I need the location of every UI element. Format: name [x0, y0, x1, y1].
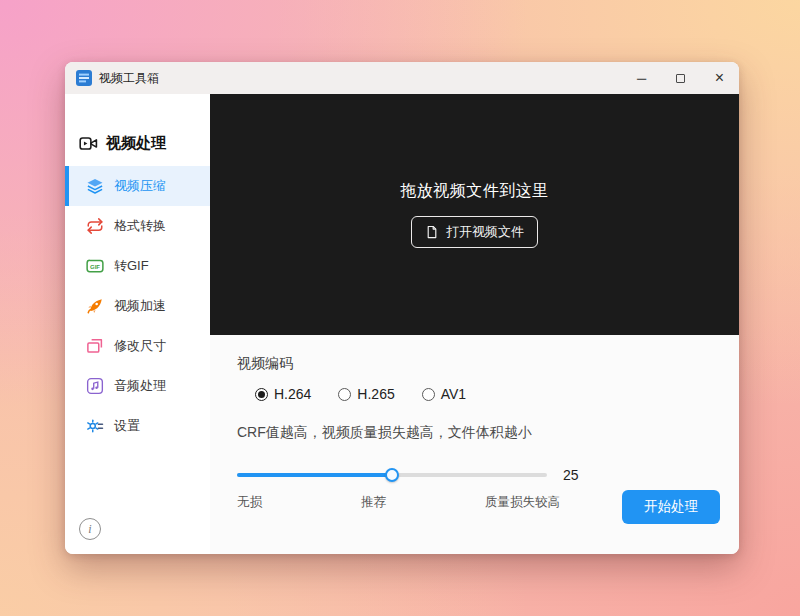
sidebar-item-video-speedup[interactable]: 视频加速 — [65, 286, 210, 326]
crf-slider[interactable] — [237, 473, 547, 477]
sidebar-item-audio-processing[interactable]: 音频处理 — [65, 366, 210, 406]
close-icon: × — [715, 70, 724, 86]
radio-button-icon — [338, 388, 351, 401]
radio-label: H.264 — [274, 386, 311, 402]
music-note-icon — [86, 377, 104, 395]
slider-fill — [237, 473, 392, 477]
radio-label: AV1 — [441, 386, 466, 402]
sidebar-item-to-gif[interactable]: GIF 转GIF — [65, 246, 210, 286]
sidebar-header-video-processing: 视频处理 — [65, 128, 210, 158]
maximize-button[interactable] — [661, 62, 700, 94]
convert-icon — [86, 217, 104, 235]
crf-label-recommended: 推荐 — [361, 494, 386, 511]
crf-value: 25 — [563, 467, 579, 483]
file-icon — [425, 225, 439, 239]
radio-av1[interactable]: AV1 — [422, 386, 466, 402]
sidebar-item-label: 视频加速 — [114, 297, 166, 315]
slider-thumb[interactable] — [385, 468, 399, 482]
window-controls: ─ × — [622, 62, 739, 94]
crf-label-lossless: 无损 — [237, 494, 262, 511]
start-processing-button[interactable]: 开始处理 — [622, 490, 720, 524]
crf-description: CRF值越高，视频质量损失越高，文件体积越小 — [237, 424, 739, 442]
gear-icon — [86, 417, 104, 435]
radio-h264[interactable]: H.264 — [255, 386, 311, 402]
sidebar-item-settings[interactable]: 设置 — [65, 406, 210, 446]
radio-button-icon — [255, 388, 268, 401]
layers-icon — [86, 177, 104, 195]
app-logo-icon — [76, 70, 92, 86]
app-window: 视频工具箱 ─ × 视频处理 视频压缩 — [65, 62, 739, 554]
sidebar-item-label: 格式转换 — [114, 217, 166, 235]
sidebar-item-label: 视频压缩 — [114, 177, 166, 195]
crf-scale-labels: 无损 推荐 质量损失较高 — [237, 494, 560, 511]
radio-h265[interactable]: H.265 — [338, 386, 394, 402]
svg-text:GIF: GIF — [90, 264, 100, 270]
title-bar[interactable]: 视频工具箱 ─ × — [65, 62, 739, 94]
minimize-button[interactable]: ─ — [622, 62, 661, 94]
rocket-icon — [86, 297, 104, 315]
gif-icon: GIF — [86, 257, 104, 275]
resize-icon — [86, 337, 104, 355]
video-camera-icon — [79, 134, 98, 153]
info-button[interactable]: i — [79, 518, 101, 540]
info-icon: i — [88, 522, 91, 537]
sidebar-item-label: 修改尺寸 — [114, 337, 166, 355]
encoding-section-label: 视频编码 — [237, 355, 739, 373]
minimize-icon: ─ — [637, 71, 646, 86]
video-drop-zone[interactable]: 拖放视频文件到这里 打开视频文件 — [210, 94, 739, 335]
radio-button-icon — [422, 388, 435, 401]
encoding-options: H.264 H.265 AV1 — [255, 386, 739, 402]
drop-zone-title: 拖放视频文件到这里 — [400, 181, 549, 202]
sidebar-item-video-compress[interactable]: 视频压缩 — [65, 166, 210, 206]
sidebar-item-format-convert[interactable]: 格式转换 — [65, 206, 210, 246]
sidebar: 视频处理 视频压缩 格式转换 GIF 转GIF — [65, 94, 210, 554]
main-area: 拖放视频文件到这里 打开视频文件 视频编码 H.264 — [210, 94, 739, 554]
sidebar-header-label: 视频处理 — [106, 134, 166, 153]
maximize-icon — [676, 74, 685, 83]
open-video-file-label: 打开视频文件 — [446, 223, 524, 241]
compression-settings-panel: 视频编码 H.264 H.265 AV1 CRF值越高，视频质 — [210, 335, 739, 554]
crf-label-high-loss: 质量损失较高 — [485, 494, 560, 511]
window-title: 视频工具箱 — [99, 70, 159, 87]
open-video-file-button[interactable]: 打开视频文件 — [411, 216, 538, 248]
close-button[interactable]: × — [700, 62, 739, 94]
sidebar-item-label: 转GIF — [114, 257, 149, 275]
sidebar-item-resize[interactable]: 修改尺寸 — [65, 326, 210, 366]
radio-label: H.265 — [357, 386, 394, 402]
sidebar-item-label: 设置 — [114, 417, 140, 435]
sidebar-item-label: 音频处理 — [114, 377, 166, 395]
crf-slider-row: 25 — [237, 467, 739, 483]
